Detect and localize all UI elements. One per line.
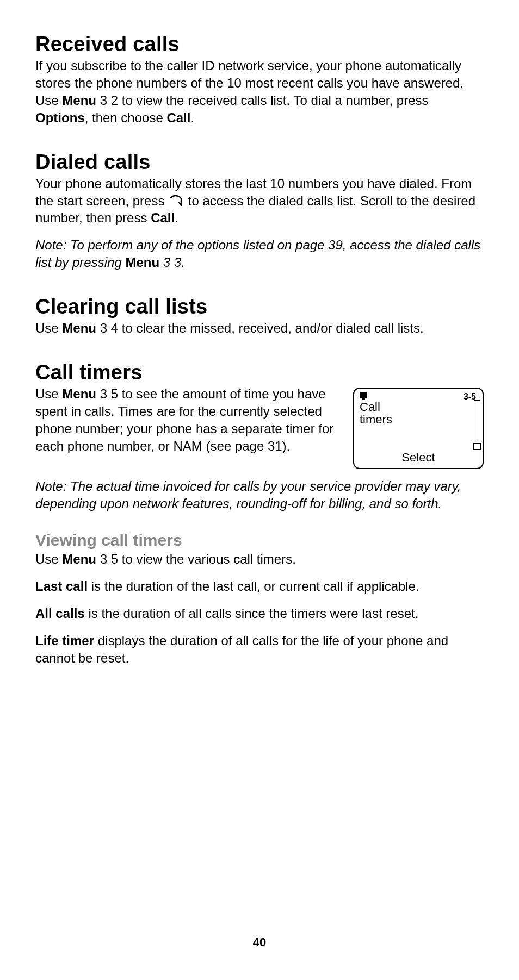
menu-keyword: Menu xyxy=(62,93,96,108)
heading-viewing-call-timers: Viewing call timers xyxy=(35,531,484,550)
phone-screen-softkey: Select xyxy=(354,451,483,465)
text: , then choose xyxy=(85,110,167,125)
menu-keyword: Menu xyxy=(62,552,96,566)
para-received-calls: If you subscribe to the caller ID networ… xyxy=(35,57,484,127)
para-viewing-intro: Use Menu 3 5 to view the various call ti… xyxy=(35,551,484,568)
heading-call-timers: Call timers xyxy=(35,361,484,384)
options-keyword: Options xyxy=(35,110,85,125)
line2: timers xyxy=(360,413,392,426)
phone-screen-scroll-handle xyxy=(473,443,481,450)
section-call-timers: Call timers 3-5 Call timers Select Use M… xyxy=(35,361,484,513)
text: is the duration of the last call, or cur… xyxy=(88,579,419,594)
call-keyword: Call xyxy=(151,210,175,225)
para-last-call: Last call is the duration of the last ca… xyxy=(35,578,484,595)
para-dialed-calls: Your phone automatically stores the last… xyxy=(35,175,484,227)
term-last-call: Last call xyxy=(35,579,88,594)
para-all-calls: All calls is the duration of all calls s… xyxy=(35,605,484,622)
heading-dialed-calls: Dialed calls xyxy=(35,151,484,174)
text: 3 4 to clear the missed, received, and/o… xyxy=(96,321,424,335)
phone-screen-title: Call timers xyxy=(360,401,392,426)
battery-icon xyxy=(360,392,367,398)
heading-received-calls: Received calls xyxy=(35,33,484,56)
text: Use xyxy=(35,321,62,335)
send-key-icon xyxy=(169,196,183,208)
heading-clearing-call-lists: Clearing call lists xyxy=(35,295,484,319)
term-all-calls: All calls xyxy=(35,606,85,621)
note-text: 3 3. xyxy=(159,255,185,270)
phone-screen-figure: 3-5 Call timers Select xyxy=(353,388,484,469)
menu-keyword: Menu xyxy=(62,321,96,335)
text: 3 5 to view the various call timers. xyxy=(96,552,296,566)
phone-screen-scrollbar xyxy=(475,401,479,450)
para-clearing: Use Menu 3 4 to clear the missed, receiv… xyxy=(35,320,484,337)
page-number: 40 xyxy=(0,935,519,950)
section-received-calls: Received calls If you subscribe to the c… xyxy=(35,33,484,127)
menu-keyword: Menu xyxy=(125,255,159,270)
section-clearing-call-lists: Clearing call lists Use Menu 3 4 to clea… xyxy=(35,295,484,337)
text: . xyxy=(175,210,178,225)
menu-keyword: Menu xyxy=(62,386,96,401)
note-dialed-calls: Note: To perform any of the options list… xyxy=(35,236,484,271)
note-call-timers: Note: The actual time invoiced for calls… xyxy=(35,478,484,513)
line1: Call xyxy=(360,400,380,414)
para-life-timer: Life timer displays the duration of all … xyxy=(35,632,484,667)
text: displays the duration of all calls for t… xyxy=(35,633,448,665)
section-dialed-calls: Dialed calls Your phone automatically st… xyxy=(35,151,484,272)
text: 3 2 to view the received calls list. To … xyxy=(96,93,429,108)
text: Use xyxy=(35,552,62,566)
text: is the duration of all calls since the t… xyxy=(85,606,419,621)
note-text: Note: To perform any of the options list… xyxy=(35,238,480,270)
text: Use xyxy=(35,386,62,401)
call-keyword: Call xyxy=(166,110,190,125)
text: . xyxy=(190,110,194,125)
term-life-timer: Life timer xyxy=(35,633,94,648)
section-viewing-call-timers: Viewing call timers Use Menu 3 5 to view… xyxy=(35,531,484,667)
